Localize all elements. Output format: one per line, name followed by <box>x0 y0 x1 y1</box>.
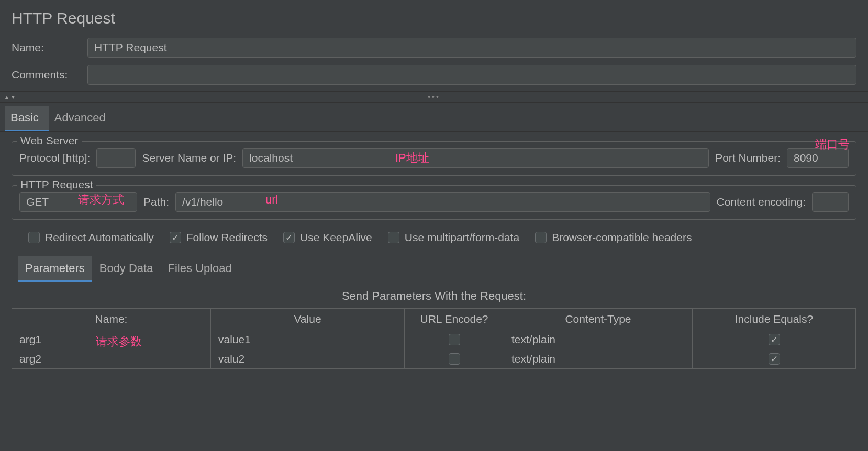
http-request-panel: HTTP Request Name: Comments: ▲ ▼ ••• Bas… <box>0 0 868 369</box>
main-tab-bar: Basic Advanced <box>0 106 868 132</box>
redirect-auto-wrap: Redirect Automatically <box>28 231 154 244</box>
keepalive-checkbox[interactable]: ✓ <box>283 232 295 243</box>
server-input[interactable] <box>242 148 709 168</box>
options-row: Redirect Automatically ✓ Follow Redirect… <box>21 231 856 244</box>
keepalive-label: Use KeepAlive <box>300 231 372 244</box>
triangle-up-icon: ▲ <box>4 94 9 100</box>
tab-body-data[interactable]: Body Data <box>92 256 161 282</box>
name-input[interactable] <box>87 38 856 58</box>
browser-headers-wrap: Browser-compatible headers <box>535 231 692 244</box>
encode-checkbox[interactable] <box>449 334 460 345</box>
th-value: Value <box>211 309 405 330</box>
name-label: Name: <box>12 41 87 54</box>
encoding-label: Content encoding: <box>717 196 806 208</box>
page-title: HTTP Request <box>0 0 868 37</box>
redirect-auto-checkbox[interactable] <box>28 232 40 243</box>
cell-encode[interactable] <box>405 330 504 349</box>
name-row: Name: <box>0 37 868 59</box>
comments-row: Comments: <box>0 64 868 86</box>
multipart-wrap: Use multipart/form-data <box>388 231 519 244</box>
path-label: Path: <box>143 196 169 208</box>
tab-advanced[interactable]: Advanced <box>49 106 116 131</box>
web-server-legend: Web Server <box>17 134 82 147</box>
inner-tab-bar: Parameters Body Data Files Upload <box>18 256 856 282</box>
cell-include[interactable]: ✓ <box>693 349 856 368</box>
follow-redirects-checkbox[interactable]: ✓ <box>170 232 181 243</box>
redirect-auto-label: Redirect Automatically <box>45 231 154 244</box>
table-row[interactable]: arg2 valu2 text/plain ✓ <box>12 349 856 369</box>
http-request-legend: HTTP Request <box>17 178 96 191</box>
browser-headers-label: Browser-compatible headers <box>552 231 692 244</box>
cell-name[interactable]: arg2 <box>12 349 211 368</box>
cell-value[interactable]: value1 <box>211 330 405 349</box>
cell-encode[interactable] <box>405 349 504 368</box>
encoding-input[interactable] <box>812 192 849 212</box>
web-server-fieldset: Web Server Protocol [http]: Server Name … <box>12 141 856 176</box>
table-header: Name: Value URL Encode? Content-Type Inc… <box>12 309 856 330</box>
keepalive-wrap: ✓ Use KeepAlive <box>283 231 372 244</box>
th-encode: URL Encode? <box>405 309 504 330</box>
cell-include[interactable]: ✓ <box>693 330 856 349</box>
follow-redirects-wrap: ✓ Follow Redirects <box>170 231 268 244</box>
http-request-fieldset: HTTP Request Path: Content encoding: 请求方… <box>12 185 856 220</box>
follow-redirects-label: Follow Redirects <box>186 231 268 244</box>
drag-handle-icon: ••• <box>428 93 440 101</box>
th-ctype: Content-Type <box>504 309 693 330</box>
th-include: Include Equals? <box>693 309 856 330</box>
include-checkbox[interactable]: ✓ <box>769 334 780 345</box>
protocol-label: Protocol [http]: <box>19 152 90 164</box>
server-label: Server Name or IP: <box>142 152 236 164</box>
browser-headers-checkbox[interactable] <box>535 232 547 243</box>
port-input[interactable] <box>787 148 849 168</box>
port-label: Port Number: <box>715 152 781 164</box>
splitter-bar[interactable]: ▲ ▼ ••• <box>0 91 868 103</box>
encode-checkbox[interactable] <box>449 353 460 365</box>
cell-ctype[interactable]: text/plain <box>504 330 693 349</box>
comments-label: Comments: <box>12 69 87 81</box>
cell-name[interactable]: arg1 <box>12 330 211 349</box>
cell-ctype[interactable]: text/plain <box>504 349 693 368</box>
cell-value[interactable]: valu2 <box>211 349 405 368</box>
protocol-input[interactable] <box>96 148 136 168</box>
comments-input[interactable] <box>87 65 856 85</box>
tab-basic[interactable]: Basic <box>5 106 49 131</box>
include-checkbox[interactable]: ✓ <box>769 353 780 365</box>
table-row[interactable]: arg1 value1 text/plain ✓ <box>12 330 856 349</box>
multipart-checkbox[interactable] <box>388 232 399 243</box>
th-name: Name: <box>12 309 211 330</box>
params-heading: Send Parameters With the Request: <box>0 282 868 308</box>
tab-files-upload[interactable]: Files Upload <box>160 256 239 282</box>
tab-parameters[interactable]: Parameters <box>18 256 92 282</box>
method-select[interactable] <box>19 192 137 212</box>
path-input[interactable] <box>175 192 710 212</box>
triangle-down-icon: ▼ <box>10 94 16 100</box>
params-table: Name: Value URL Encode? Content-Type Inc… <box>12 308 856 369</box>
multipart-label: Use multipart/form-data <box>405 231 519 244</box>
